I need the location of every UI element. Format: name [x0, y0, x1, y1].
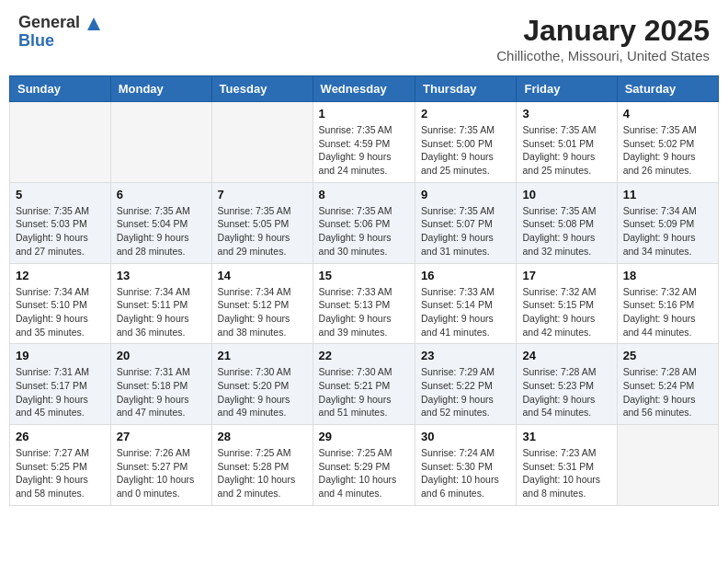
calendar-day-header: Friday [517, 76, 617, 102]
day-detail: Sunrise: 7:34 AM Sunset: 5:11 PM Dayligh… [117, 285, 206, 339]
day-number: 9 [421, 188, 510, 201]
calendar-cell: 2Sunrise: 7:35 AM Sunset: 5:00 PM Daylig… [415, 102, 517, 183]
page-title: January 2025 [496, 14, 710, 48]
svg-marker-0 [87, 17, 100, 30]
day-detail: Sunrise: 7:25 AM Sunset: 5:29 PM Dayligh… [319, 446, 409, 500]
calendar-cell: 20Sunrise: 7:31 AM Sunset: 5:18 PM Dayli… [110, 344, 211, 425]
page-subtitle: Chillicothe, Missouri, United States [496, 48, 710, 63]
calendar-cell: 27Sunrise: 7:26 AM Sunset: 5:27 PM Dayli… [110, 425, 211, 506]
day-number: 22 [319, 349, 409, 362]
day-detail: Sunrise: 7:31 AM Sunset: 5:17 PM Dayligh… [16, 365, 105, 419]
calendar-cell: 3Sunrise: 7:35 AM Sunset: 5:01 PM Daylig… [517, 102, 617, 183]
page-header: General Blue January 2025 Chillicothe, M… [9, 9, 719, 68]
calendar-cell: 22Sunrise: 7:30 AM Sunset: 5:21 PM Dayli… [313, 344, 415, 425]
calendar-day-header: Monday [110, 76, 211, 102]
day-number: 23 [421, 349, 510, 362]
calendar-cell [211, 102, 313, 183]
day-number: 10 [522, 188, 610, 201]
calendar-cell: 17Sunrise: 7:32 AM Sunset: 5:15 PM Dayli… [517, 263, 617, 344]
day-detail: Sunrise: 7:35 AM Sunset: 5:05 PM Dayligh… [218, 204, 307, 259]
calendar-cell: 21Sunrise: 7:30 AM Sunset: 5:20 PM Dayli… [211, 344, 313, 425]
calendar-cell: 15Sunrise: 7:33 AM Sunset: 5:13 PM Dayli… [313, 263, 415, 344]
calendar-cell: 13Sunrise: 7:34 AM Sunset: 5:11 PM Dayli… [110, 263, 211, 344]
day-detail: Sunrise: 7:26 AM Sunset: 5:27 PM Dayligh… [117, 446, 206, 500]
calendar-cell: 9Sunrise: 7:35 AM Sunset: 5:07 PM Daylig… [415, 182, 517, 263]
day-detail: Sunrise: 7:34 AM Sunset: 5:12 PM Dayligh… [218, 285, 307, 339]
calendar-header-row: SundayMondayTuesdayWednesdayThursdayFrid… [10, 76, 719, 102]
day-number: 7 [218, 188, 307, 201]
calendar-table: SundayMondayTuesdayWednesdayThursdayFrid… [9, 75, 719, 506]
calendar-cell: 12Sunrise: 7:34 AM Sunset: 5:10 PM Dayli… [10, 263, 111, 344]
calendar-cell: 29Sunrise: 7:25 AM Sunset: 5:29 PM Dayli… [313, 425, 415, 506]
day-number: 5 [16, 188, 105, 201]
calendar-cell [10, 102, 111, 183]
day-detail: Sunrise: 7:35 AM Sunset: 5:07 PM Dayligh… [421, 204, 510, 259]
calendar-cell: 16Sunrise: 7:33 AM Sunset: 5:14 PM Dayli… [415, 263, 517, 344]
calendar-cell: 8Sunrise: 7:35 AM Sunset: 5:06 PM Daylig… [313, 182, 415, 263]
calendar-cell: 14Sunrise: 7:34 AM Sunset: 5:12 PM Dayli… [211, 263, 313, 344]
day-detail: Sunrise: 7:35 AM Sunset: 5:08 PM Dayligh… [522, 204, 610, 259]
calendar-cell: 18Sunrise: 7:32 AM Sunset: 5:16 PM Dayli… [617, 263, 718, 344]
day-detail: Sunrise: 7:30 AM Sunset: 5:21 PM Dayligh… [319, 365, 409, 419]
day-number: 2 [421, 107, 510, 121]
day-number: 3 [522, 107, 610, 121]
day-number: 26 [16, 430, 105, 443]
calendar-day-header: Thursday [415, 76, 517, 102]
day-number: 30 [421, 430, 510, 443]
calendar-cell: 28Sunrise: 7:25 AM Sunset: 5:28 PM Dayli… [211, 425, 313, 506]
day-detail: Sunrise: 7:35 AM Sunset: 5:03 PM Dayligh… [16, 204, 105, 259]
calendar-cell: 24Sunrise: 7:28 AM Sunset: 5:23 PM Dayli… [517, 344, 617, 425]
calendar-cell: 7Sunrise: 7:35 AM Sunset: 5:05 PM Daylig… [211, 182, 313, 263]
day-detail: Sunrise: 7:35 AM Sunset: 5:00 PM Dayligh… [421, 123, 510, 178]
day-number: 28 [218, 430, 307, 443]
calendar-cell: 6Sunrise: 7:35 AM Sunset: 5:04 PM Daylig… [110, 182, 211, 263]
logo-block: General Blue [18, 14, 102, 51]
day-number: 20 [117, 349, 206, 362]
day-number: 25 [623, 349, 712, 362]
day-number: 27 [117, 430, 206, 443]
logo-general-text: General [18, 13, 80, 31]
day-detail: Sunrise: 7:35 AM Sunset: 5:06 PM Dayligh… [319, 204, 409, 259]
calendar-day-header: Saturday [617, 76, 718, 102]
day-detail: Sunrise: 7:24 AM Sunset: 5:30 PM Dayligh… [421, 446, 510, 500]
day-number: 18 [623, 269, 712, 282]
logo-blue-text: Blue [18, 31, 54, 50]
day-number: 13 [117, 269, 206, 282]
day-number: 1 [319, 107, 409, 121]
day-number: 17 [522, 269, 610, 282]
day-detail: Sunrise: 7:30 AM Sunset: 5:20 PM Dayligh… [218, 365, 307, 419]
calendar-cell: 25Sunrise: 7:28 AM Sunset: 5:24 PM Dayli… [617, 344, 718, 425]
day-detail: Sunrise: 7:33 AM Sunset: 5:13 PM Dayligh… [319, 285, 409, 339]
day-number: 12 [16, 269, 105, 282]
calendar-day-header: Tuesday [211, 76, 313, 102]
day-number: 31 [522, 430, 610, 443]
day-detail: Sunrise: 7:28 AM Sunset: 5:24 PM Dayligh… [623, 365, 712, 419]
day-number: 21 [218, 349, 307, 362]
day-number: 15 [319, 269, 409, 282]
calendar-day-header: Sunday [10, 76, 111, 102]
day-detail: Sunrise: 7:27 AM Sunset: 5:25 PM Dayligh… [16, 446, 105, 500]
calendar-week-row: 1Sunrise: 7:35 AM Sunset: 4:59 PM Daylig… [10, 102, 719, 183]
calendar-week-row: 5Sunrise: 7:35 AM Sunset: 5:03 PM Daylig… [10, 182, 719, 263]
title-block: January 2025 Chillicothe, Missouri, Unit… [496, 14, 710, 63]
calendar-cell: 10Sunrise: 7:35 AM Sunset: 5:08 PM Dayli… [517, 182, 617, 263]
day-number: 14 [218, 269, 307, 282]
calendar-cell [110, 102, 211, 183]
calendar-cell: 31Sunrise: 7:23 AM Sunset: 5:31 PM Dayli… [517, 425, 617, 506]
day-detail: Sunrise: 7:25 AM Sunset: 5:28 PM Dayligh… [218, 446, 307, 500]
calendar-cell: 23Sunrise: 7:29 AM Sunset: 5:22 PM Dayli… [415, 344, 517, 425]
day-detail: Sunrise: 7:35 AM Sunset: 5:01 PM Dayligh… [522, 123, 610, 178]
calendar-cell: 26Sunrise: 7:27 AM Sunset: 5:25 PM Dayli… [10, 425, 111, 506]
day-number: 11 [623, 188, 712, 201]
calendar-week-row: 19Sunrise: 7:31 AM Sunset: 5:17 PM Dayli… [10, 344, 719, 425]
calendar-cell: 1Sunrise: 7:35 AM Sunset: 4:59 PM Daylig… [313, 102, 415, 183]
day-detail: Sunrise: 7:32 AM Sunset: 5:16 PM Dayligh… [623, 285, 712, 339]
day-detail: Sunrise: 7:35 AM Sunset: 5:04 PM Dayligh… [117, 204, 206, 259]
day-number: 29 [319, 430, 409, 443]
calendar-day-header: Wednesday [313, 76, 415, 102]
day-detail: Sunrise: 7:33 AM Sunset: 5:14 PM Dayligh… [421, 285, 510, 339]
day-detail: Sunrise: 7:35 AM Sunset: 4:59 PM Dayligh… [319, 123, 409, 178]
day-detail: Sunrise: 7:34 AM Sunset: 5:10 PM Dayligh… [16, 285, 105, 339]
day-detail: Sunrise: 7:29 AM Sunset: 5:22 PM Dayligh… [421, 365, 510, 419]
day-number: 8 [319, 188, 409, 201]
